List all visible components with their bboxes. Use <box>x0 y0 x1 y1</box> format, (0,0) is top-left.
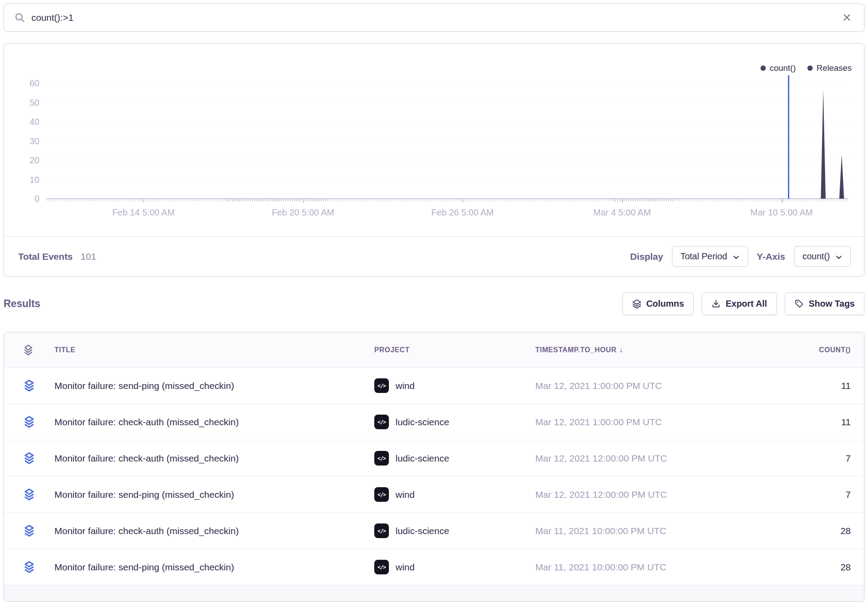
platform-code-icon: </> <box>374 378 389 393</box>
chart-controls: Display Total Period Y-Axis count() <box>630 246 851 267</box>
sort-desc-icon: ↓ <box>619 345 624 354</box>
row-timestamp: Mar 12, 2021 12:00:00 PM UTC <box>535 489 730 500</box>
y-tick-label: 0 <box>15 194 39 204</box>
table-row[interactable]: Monitor failure: send-ping (missed_check… <box>4 477 864 513</box>
count-spike <box>821 89 826 199</box>
display-dropdown[interactable]: Total Period <box>672 246 748 267</box>
display-dropdown-value: Total Period <box>680 251 727 262</box>
legend-label: Releases <box>817 63 852 73</box>
chevron-down-icon <box>733 254 740 261</box>
x-axis-tick <box>622 199 623 203</box>
x-tick-label: Mar 4 5:00 AM <box>593 208 651 218</box>
row-title[interactable]: Monitor failure: check-auth (missed_chec… <box>54 417 374 427</box>
project-name: ludic-science <box>396 453 449 464</box>
download-icon <box>711 299 721 308</box>
events-chart-card: count() Releases 0102030405060Feb 14 5:0… <box>4 43 864 277</box>
row-project: </>wind <box>374 378 535 393</box>
tag-icon <box>795 299 804 308</box>
release-marker-line <box>788 75 789 199</box>
search-input[interactable] <box>31 12 840 23</box>
row-project: </>wind <box>374 487 535 502</box>
y-tick-label: 40 <box>15 117 39 127</box>
row-title[interactable]: Monitor failure: check-auth (missed_chec… <box>54 453 374 464</box>
row-timestamp: Mar 11, 2021 10:00:00 PM UTC <box>535 562 730 573</box>
columns-button-label: Columns <box>646 299 684 309</box>
chart-plot: 0102030405060Feb 14 5:00 AMFeb 20 5:00 A… <box>46 83 848 199</box>
layers-icon <box>632 299 641 308</box>
row-title[interactable]: Monitor failure: send-ping (missed_check… <box>54 381 374 391</box>
y-tick-label: 60 <box>15 78 39 89</box>
row-count: 11 <box>730 417 864 427</box>
stack-icon <box>23 379 36 393</box>
table-row[interactable]: Monitor failure: send-ping (missed_check… <box>4 549 864 585</box>
table-header-row: TITLE PROJECT TIMESTAMP.TO_HOUR↓ COUNT() <box>4 332 864 368</box>
chart-footer: Total Events 101 Display Total Period Y-… <box>4 236 864 276</box>
table-row[interactable]: Monitor failure: check-auth (missed_chec… <box>4 513 864 549</box>
header-timestamp-label: TIMESTAMP.TO_HOUR <box>535 346 617 354</box>
legend-label: count() <box>770 63 796 73</box>
x-axis-tick <box>782 199 783 203</box>
x-tick-label: Feb 14 5:00 AM <box>112 208 175 218</box>
platform-code-icon: </> <box>374 487 389 502</box>
header-title[interactable]: TITLE <box>54 346 374 354</box>
row-stack-cell <box>4 524 54 538</box>
export-all-button[interactable]: Export All <box>702 292 777 315</box>
row-project: </>ludic-science <box>374 451 535 466</box>
project-name: ludic-science <box>396 526 449 536</box>
x-tick-label: Mar 10 5:00 AM <box>750 208 813 218</box>
row-timestamp: Mar 12, 2021 1:00:00 PM UTC <box>535 417 730 427</box>
results-title: Results <box>4 298 40 310</box>
row-timestamp: Mar 12, 2021 1:00:00 PM UTC <box>535 381 730 391</box>
clear-search-icon[interactable]: ✕ <box>840 11 853 24</box>
header-count[interactable]: COUNT() <box>730 346 864 354</box>
row-title[interactable]: Monitor failure: send-ping (missed_check… <box>54 489 374 500</box>
row-count: 11 <box>730 381 864 391</box>
table-row[interactable]: Monitor failure: check-auth (missed_chec… <box>4 404 864 440</box>
table-row[interactable]: Monitor failure: check-auth (missed_chec… <box>4 440 864 477</box>
legend-item-releases[interactable]: Releases <box>807 63 852 73</box>
table-row[interactable]: Monitor failure: send-ping (missed_check… <box>4 368 864 404</box>
y-tick-label: 10 <box>15 175 39 185</box>
results-table: TITLE PROJECT TIMESTAMP.TO_HOUR↓ COUNT()… <box>4 332 864 602</box>
x-axis-tick <box>303 199 304 203</box>
display-label: Display <box>630 251 663 262</box>
row-count: 28 <box>730 526 864 536</box>
header-stack-column[interactable] <box>4 344 54 356</box>
table-footer <box>4 585 864 601</box>
yaxis-dropdown[interactable]: count() <box>794 246 851 267</box>
count-series-dot-icon <box>760 65 766 71</box>
x-tick-label: Feb 26 5:00 AM <box>431 208 494 218</box>
discover-page: ✕ count() Releases 0102030405060Feb 14 5… <box>0 0 868 602</box>
stack-icon <box>23 452 36 465</box>
export-all-button-label: Export All <box>726 299 767 309</box>
platform-code-icon: </> <box>374 560 389 574</box>
project-name: wind <box>396 489 415 500</box>
results-buttons: Columns Export All Show Tags <box>622 292 864 315</box>
x-axis-tick <box>143 199 144 203</box>
table-body: Monitor failure: send-ping (missed_check… <box>4 368 864 585</box>
show-tags-button[interactable]: Show Tags <box>785 292 864 315</box>
project-name: wind <box>396 562 415 573</box>
total-events-value: 101 <box>81 251 96 262</box>
header-project[interactable]: PROJECT <box>374 346 535 354</box>
columns-button[interactable]: Columns <box>622 292 694 315</box>
legend-item-count[interactable]: count() <box>760 63 796 73</box>
platform-code-icon: </> <box>374 523 389 538</box>
count-series <box>46 83 848 199</box>
project-name: wind <box>396 381 415 391</box>
row-stack-cell <box>4 561 54 574</box>
show-tags-button-label: Show Tags <box>809 299 855 309</box>
row-project: </>ludic-science <box>374 415 535 429</box>
row-project: </>wind <box>374 560 535 574</box>
row-count: 28 <box>730 562 864 573</box>
search-bar: ✕ <box>4 4 864 32</box>
chevron-down-icon <box>835 254 842 261</box>
header-timestamp[interactable]: TIMESTAMP.TO_HOUR↓ <box>535 345 730 354</box>
row-count: 7 <box>730 453 864 464</box>
row-title[interactable]: Monitor failure: send-ping (missed_check… <box>54 562 374 573</box>
stack-icon <box>23 488 36 501</box>
row-title[interactable]: Monitor failure: check-auth (missed_chec… <box>54 526 374 536</box>
row-count: 7 <box>730 489 864 500</box>
platform-code-icon: </> <box>374 415 389 429</box>
y-tick-label: 20 <box>15 155 39 165</box>
